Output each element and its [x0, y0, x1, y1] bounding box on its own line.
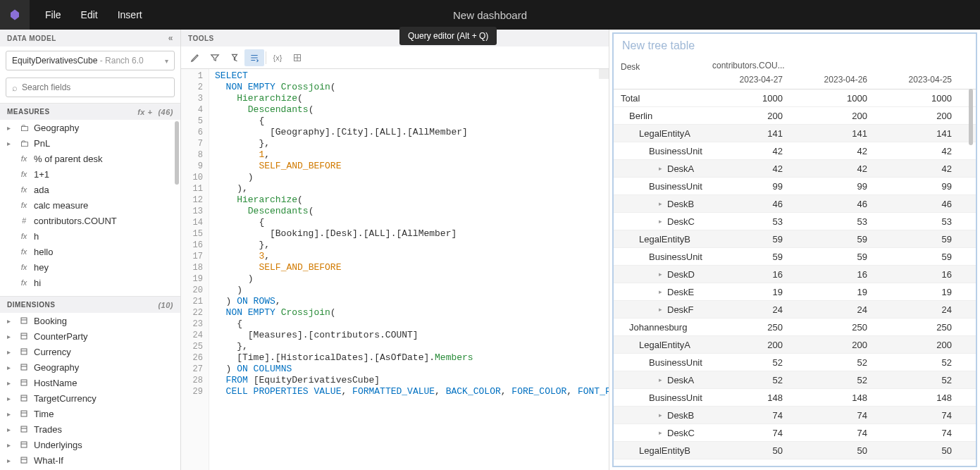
caret-icon: ▸ — [7, 333, 14, 340]
query-editor[interactable]: 1234567891011121314151617181920212223242… — [181, 69, 609, 470]
measure-item[interactable]: ▸🗀Geography — [0, 120, 180, 135]
pivot-row[interactable]: LegalEntityA200200200 — [614, 336, 976, 354]
menu-insert[interactable]: Insert — [118, 9, 142, 20]
dimension-item[interactable]: ▸Underlyings — [0, 437, 180, 452]
fx-icon: fx — [18, 263, 30, 271]
filter2-tool-icon[interactable] — [225, 49, 244, 66]
grid-tool-icon[interactable] — [287, 49, 307, 66]
pivot-scrollbar[interactable] — [969, 89, 973, 145]
pivot-row[interactable]: ▸DeskC747474 — [614, 424, 976, 442]
measure-item[interactable]: fx1+1 — [0, 166, 180, 182]
pivot-row[interactable]: ▸DeskC535353 — [614, 213, 976, 230]
measure-item[interactable]: #contributors.COUNT — [0, 213, 180, 228]
dimension-item[interactable]: ▸Time — [0, 406, 180, 421]
pivot-row[interactable]: ▸DeskF242424 — [614, 301, 976, 319]
pivot-row[interactable]: Total100010001000 — [614, 89, 976, 107]
item-label: ada — [34, 185, 49, 195]
cell-value: 59 — [705, 234, 790, 245]
search-fields[interactable]: ⌕ — [6, 78, 175, 97]
measure-item[interactable]: fxada — [0, 182, 180, 197]
search-input[interactable] — [22, 82, 168, 92]
edit-tool-icon[interactable] — [185, 49, 205, 66]
cell-value: 19 — [705, 287, 790, 297]
dimension-item[interactable]: ▸Geography — [0, 359, 180, 375]
cell-value: 200 — [790, 111, 874, 121]
cell-value: 200 — [874, 111, 959, 121]
row-label: ▸DeskA — [614, 163, 705, 174]
cell-value: 141 — [790, 128, 874, 139]
item-label: CounterParty — [34, 331, 88, 342]
dimension-item[interactable]: ▸Booking — [0, 313, 180, 328]
cell-value: 42 — [874, 163, 959, 174]
dimension-item[interactable]: ▸What-If — [0, 452, 180, 468]
cell-value: 148 — [874, 392, 959, 403]
pivot-row[interactable]: BusinessUnit595959 — [614, 248, 976, 266]
pivot-row[interactable]: ▸DeskD161616 — [614, 266, 976, 283]
dimension-item[interactable]: ▸TargetCurrency — [0, 390, 180, 406]
braces-tool-icon[interactable]: {x} — [268, 49, 287, 66]
dimension-item[interactable]: ▸HostName — [0, 375, 180, 390]
expand-caret-icon[interactable]: ▸ — [659, 200, 664, 207]
dimension-item[interactable]: ▸Currency — [0, 344, 180, 359]
caret-icon: ▸ — [7, 410, 14, 418]
tree-table-widget[interactable]: New tree table Desk contributors.COU... … — [612, 32, 977, 467]
pivot-row[interactable]: BusinessUnit148148148 — [614, 389, 976, 407]
measures-count: (46) — [158, 108, 173, 116]
row-label: LegalEntityA — [614, 340, 705, 350]
filter-tool-icon[interactable] — [205, 49, 225, 66]
pivot-row[interactable]: LegalEntityB505050 — [614, 442, 976, 459]
collapse-left-icon[interactable]: « — [168, 33, 173, 43]
pivot-row[interactable]: Berlin200200200 — [614, 107, 976, 125]
pivot-row[interactable]: ▸DeskB747474 — [614, 407, 976, 424]
cell-value: 99 — [874, 181, 959, 192]
expand-caret-icon[interactable]: ▸ — [659, 165, 664, 172]
caret-icon: ▸ — [7, 124, 14, 132]
row-label: ▸DeskC — [614, 216, 705, 227]
measure-item[interactable]: ▸🗀PnL — [0, 135, 180, 151]
row-label: Johannesburg — [614, 322, 705, 333]
cell-value: 53 — [874, 216, 959, 227]
measure-item[interactable]: fxcalc measure — [0, 197, 180, 213]
pivot-row[interactable]: LegalEntityB595959 — [614, 230, 976, 248]
pivot-row[interactable]: ▸DeskE191919 — [614, 283, 976, 301]
dimension-icon — [18, 347, 30, 356]
query-editor-tool-icon[interactable] — [244, 49, 264, 66]
pivot-row[interactable]: ▸DeskA525252 — [614, 371, 976, 389]
measure-item[interactable]: fxh — [0, 228, 180, 244]
cell-value: 16 — [874, 269, 959, 280]
pivot-row[interactable]: BusinessUnit424242 — [614, 142, 976, 160]
tools-header: TOOLS — [181, 30, 609, 47]
expand-caret-icon[interactable]: ▸ — [659, 288, 664, 295]
expand-caret-icon[interactable]: ▸ — [659, 306, 664, 313]
expand-caret-icon[interactable]: ▸ — [659, 376, 664, 383]
dimension-item[interactable]: ▸CounterParty — [0, 328, 180, 344]
pivot-row[interactable]: BusinessUnit525252 — [614, 354, 976, 371]
pivot-row[interactable]: ▸DeskB464646 — [614, 195, 976, 213]
pivot-body[interactable]: Total100010001000Berlin200200200LegalEnt… — [614, 89, 976, 459]
expand-caret-icon[interactable]: ▸ — [659, 429, 664, 436]
cell-value: 59 — [705, 252, 790, 262]
menu-file[interactable]: File — [45, 9, 61, 20]
measure-item[interactable]: fxhey — [0, 259, 180, 275]
pivot-row[interactable]: LegalEntityA141141141 — [614, 125, 976, 142]
menu-edit[interactable]: Edit — [81, 9, 98, 20]
pivot-row[interactable]: Johannesburg250250250 — [614, 319, 976, 336]
measure-item[interactable]: fxhi — [0, 275, 180, 290]
pivot-row[interactable]: BusinessUnit999999 — [614, 178, 976, 195]
row-label: LegalEntityA — [614, 128, 705, 139]
app-logo[interactable] — [0, 0, 30, 30]
expand-caret-icon[interactable]: ▸ — [659, 271, 664, 278]
item-label: HostName — [34, 378, 77, 388]
cube-selector[interactable]: EquityDerivativesCube - Ranch 6.0 ▾ — [6, 51, 175, 70]
fx-add-icon[interactable]: fx + — [137, 108, 152, 116]
expand-caret-icon[interactable]: ▸ — [659, 218, 664, 225]
code-area[interactable]: SELECT NON EMPTY Crossjoin( Hierarchize(… — [209, 69, 609, 470]
col-axis-header: contributors.COU... — [705, 58, 976, 72]
measure-item[interactable]: fxhello — [0, 244, 180, 259]
row-label: ▸DeskB — [614, 199, 705, 209]
expand-caret-icon[interactable]: ▸ — [659, 412, 664, 419]
dimension-icon — [18, 456, 30, 464]
pivot-row[interactable]: ▸DeskA424242 — [614, 160, 976, 178]
measure-item[interactable]: fx% of parent desk — [0, 151, 180, 166]
dimension-item[interactable]: ▸Trades — [0, 421, 180, 437]
